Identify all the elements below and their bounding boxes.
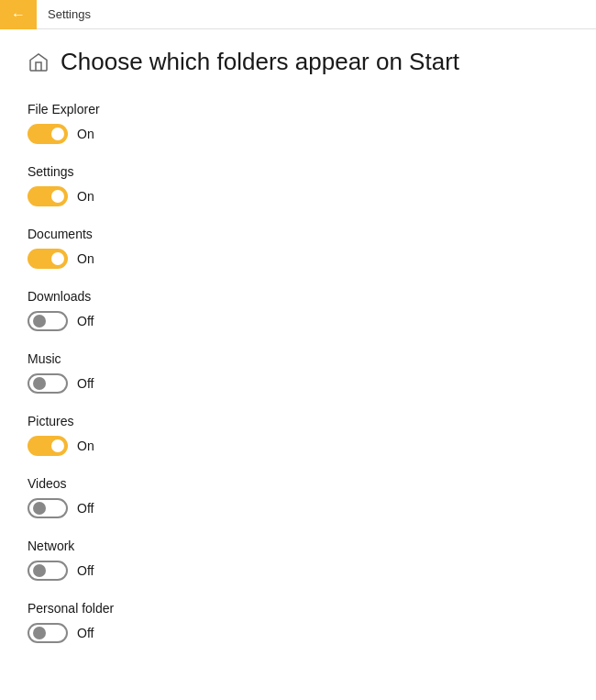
toggle-status-documents: On	[77, 251, 94, 266]
settings-item-music: MusicOff	[28, 351, 568, 394]
toggle-status-downloads: Off	[77, 314, 94, 328]
toggle-row-personal-folder: Off	[28, 623, 568, 643]
toggle-status-file-explorer: On	[77, 127, 94, 141]
settings-item-documents: DocumentsOn	[28, 227, 568, 269]
toggle-track-settings	[28, 186, 68, 206]
toggle-track-videos	[28, 498, 68, 518]
label-documents: Documents	[28, 227, 568, 241]
back-button[interactable]: ←	[0, 0, 37, 29]
toggle-track-network	[28, 561, 68, 581]
toggle-row-file-explorer: On	[28, 124, 568, 144]
toggle-track-downloads	[28, 311, 68, 331]
toggle-row-documents: On	[28, 249, 568, 269]
page-title: Choose which folders appear on Start	[61, 48, 459, 76]
toggle-track-documents	[28, 249, 68, 269]
settings-item-personal-folder: Personal folderOff	[28, 601, 568, 643]
toggle-row-pictures: On	[28, 436, 568, 456]
toggle-thumb-documents	[51, 252, 64, 265]
toggle-file-explorer[interactable]	[28, 124, 68, 144]
toggle-music[interactable]	[28, 373, 68, 394]
toggle-thumb-settings	[51, 190, 64, 203]
toggle-row-videos: Off	[28, 498, 568, 518]
toggle-row-settings: On	[28, 186, 568, 206]
page-header: Choose which folders appear on Start	[28, 48, 568, 76]
toggle-row-downloads: Off	[28, 311, 568, 331]
toggle-status-music: Off	[77, 376, 94, 391]
back-arrow-icon: ←	[11, 6, 26, 23]
toggle-thumb-videos	[33, 502, 46, 515]
toggle-thumb-music	[33, 377, 46, 390]
items-container: File ExplorerOnSettingsOnDocumentsOnDown…	[28, 102, 568, 643]
toggle-status-settings: On	[77, 189, 94, 204]
settings-item-downloads: DownloadsOff	[28, 289, 568, 331]
title-bar-text: Settings	[37, 7, 91, 21]
title-bar: ← Settings	[0, 0, 596, 29]
toggle-pictures[interactable]	[28, 436, 68, 456]
toggle-personal-folder[interactable]	[28, 623, 68, 643]
label-personal-folder: Personal folder	[28, 601, 568, 616]
toggle-settings[interactable]	[28, 186, 68, 206]
toggle-thumb-downloads	[33, 315, 46, 328]
settings-item-settings: SettingsOn	[28, 164, 568, 206]
toggle-track-personal-folder	[28, 623, 68, 643]
toggle-status-pictures: On	[77, 439, 94, 453]
toggle-track-music	[28, 373, 68, 394]
toggle-videos[interactable]	[28, 498, 68, 518]
toggle-thumb-pictures	[51, 439, 64, 452]
toggle-row-music: Off	[28, 373, 568, 394]
home-icon	[28, 51, 50, 73]
settings-item-pictures: PicturesOn	[28, 414, 568, 456]
toggle-track-file-explorer	[28, 124, 68, 144]
toggle-documents[interactable]	[28, 249, 68, 269]
toggle-downloads[interactable]	[28, 311, 68, 331]
toggle-network[interactable]	[28, 561, 68, 581]
settings-item-videos: VideosOff	[28, 476, 568, 518]
label-network: Network	[28, 539, 568, 553]
toggle-thumb-personal-folder	[33, 627, 46, 639]
label-file-explorer: File Explorer	[28, 102, 568, 117]
toggle-thumb-file-explorer	[51, 128, 64, 140]
toggle-thumb-network	[33, 564, 46, 577]
label-music: Music	[28, 351, 568, 366]
toggle-status-videos: Off	[77, 501, 94, 516]
main-content: Choose which folders appear on Start Fil…	[0, 29, 596, 682]
toggle-track-pictures	[28, 436, 68, 456]
label-settings: Settings	[28, 164, 568, 179]
settings-item-file-explorer: File ExplorerOn	[28, 102, 568, 144]
label-downloads: Downloads	[28, 289, 568, 304]
settings-item-network: NetworkOff	[28, 539, 568, 581]
toggle-status-network: Off	[77, 563, 94, 578]
toggle-status-personal-folder: Off	[77, 626, 94, 640]
toggle-row-network: Off	[28, 561, 568, 581]
label-videos: Videos	[28, 476, 568, 491]
label-pictures: Pictures	[28, 414, 568, 428]
